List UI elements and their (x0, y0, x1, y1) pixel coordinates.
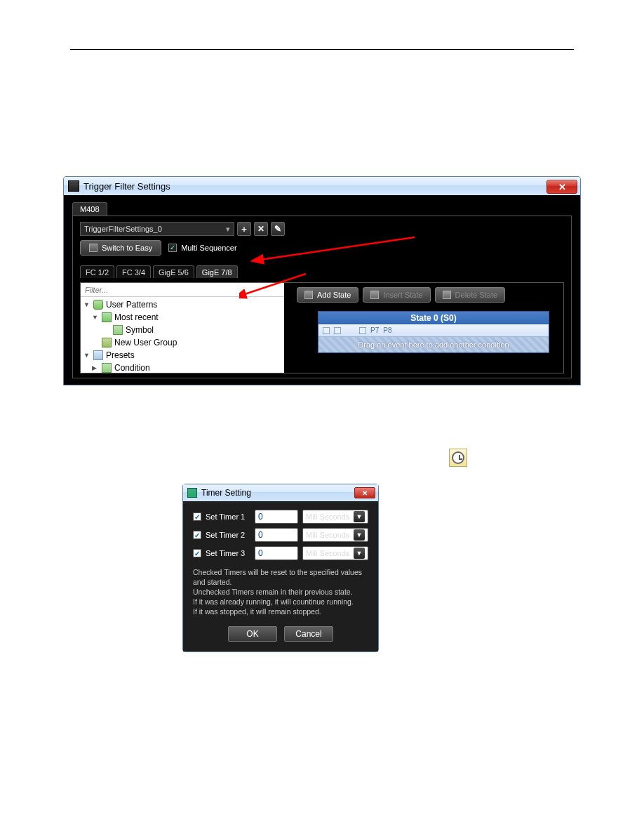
timer-1-value[interactable] (255, 510, 298, 524)
state-action-row: P7 P8 (318, 324, 549, 337)
add-icon (304, 291, 313, 299)
button-label: Insert State (383, 291, 422, 299)
chevron-down-icon: ▼ (354, 529, 365, 541)
insert-state-button[interactable]: Insert State (363, 287, 430, 303)
group-icon (102, 338, 112, 348)
tree-label: Presets (106, 350, 135, 360)
close-button[interactable]: ✕ (546, 180, 577, 194)
timer-2-row: ✓ Set Timer 2 Mili Seconds ▼ (193, 528, 368, 542)
port-tab-fc34[interactable]: FC 3/4 (116, 265, 151, 278)
port-tab-gige78[interactable]: GigE 7/8 (196, 265, 238, 278)
dialog-title: Timer Setting (201, 488, 354, 498)
symbol-icon (113, 325, 123, 335)
port-tab-fc12[interactable]: FC 1/2 (80, 265, 114, 278)
tree-presets[interactable]: ▼ Presets (81, 349, 284, 362)
collapse-icon: ▼ (83, 301, 90, 308)
timer-1-unit: Mili Seconds (306, 512, 349, 521)
sequencer-area: Add State Insert State Delete State (297, 283, 563, 373)
tree-symbol[interactable]: Symbol (81, 324, 284, 336)
page-divider (70, 49, 574, 50)
ok-button[interactable]: OK (228, 626, 277, 642)
collapse-icon: ▼ (92, 314, 99, 321)
chevron-down-icon: ▼ (354, 548, 365, 559)
timer-2-checkbox[interactable]: ✓ (193, 531, 201, 539)
delete-state-button[interactable]: Delete State (435, 287, 506, 303)
drop-condition-area[interactable]: Drag an event here to add another condit… (318, 337, 549, 352)
app-icon (187, 488, 197, 498)
timer-setting-dialog: Timer Setting ✕ ✓ Set Timer 1 Mili Secon… (182, 484, 379, 652)
layout-icon (89, 244, 98, 252)
action-icon[interactable] (334, 327, 341, 334)
tree-label: Symbol (126, 325, 154, 335)
delete-icon (443, 291, 451, 299)
add-state-button[interactable]: Add State (297, 287, 358, 303)
timer-3-unit-select[interactable]: Mili Seconds ▼ (302, 546, 368, 560)
timer-2-label: Set Timer 2 (206, 531, 250, 539)
timer-3-value[interactable] (255, 546, 298, 560)
tree-most-recent[interactable]: ▼ Most recent (81, 311, 284, 324)
delete-settings-button[interactable]: ✕ (254, 222, 268, 236)
timer-3-checkbox[interactable]: ✓ (193, 549, 201, 557)
settings-name-dropdown[interactable]: TriggerFilterSettings_0 ▾ (80, 222, 234, 236)
button-label: Add State (317, 291, 351, 299)
checkbox-icon: ✓ (168, 244, 177, 252)
tree-new-user-group[interactable]: New User Group (81, 336, 284, 349)
collapse-icon: ▼ (83, 352, 90, 359)
chevron-down-icon: ▾ (226, 225, 230, 234)
tree-label: Condition (114, 363, 150, 373)
expand-icon: ▶ (92, 364, 99, 371)
button-label: Delete State (455, 291, 498, 299)
dialog-button-row: OK Cancel (193, 626, 368, 642)
pattern-group-icon (102, 312, 112, 322)
cancel-button[interactable]: Cancel (284, 626, 333, 642)
multi-sequencer-label: Multi Sequencer (181, 244, 237, 252)
timer-3-unit: Mili Seconds (306, 549, 349, 557)
user-icon (93, 300, 103, 310)
window-body: M408 TriggerFilterSettings_0 ▾ ＋ ✕ ✎ Swi… (64, 195, 580, 385)
insert-icon (370, 291, 379, 299)
device-tab[interactable]: M408 (72, 202, 107, 216)
timer-3-row: ✓ Set Timer 3 Mili Seconds ▼ (193, 546, 368, 560)
tree-user-patterns[interactable]: ▼ User Patterns (81, 298, 284, 311)
chevron-down-icon: ▼ (354, 511, 365, 522)
dialog-body: ✓ Set Timer 1 Mili Seconds ▼ ✓ Set Timer… (183, 501, 378, 651)
presets-icon (93, 350, 103, 360)
multi-sequencer-checkbox[interactable]: ✓ Multi Sequencer (168, 244, 237, 252)
action-icon[interactable] (359, 327, 366, 334)
timer-1-label: Set Timer 1 (206, 512, 250, 521)
filter-input[interactable] (81, 283, 284, 297)
settings-name-value: TriggerFilterSettings_0 (84, 225, 162, 233)
port-tab-gige56[interactable]: GigE 5/6 (153, 265, 194, 278)
port-p7: P7 (370, 326, 379, 334)
state-0-block: State 0 (S0) P7 P8 Drag an event here to… (318, 311, 549, 353)
tree-label: User Patterns (106, 300, 157, 310)
settings-panel: TriggerFilterSettings_0 ▾ ＋ ✕ ✎ Switch t… (72, 216, 572, 378)
close-button[interactable]: ✕ (354, 487, 375, 498)
timer-2-unit-select[interactable]: Mili Seconds ▼ (302, 528, 368, 542)
action-icon[interactable] (323, 327, 330, 334)
port-body: ▼ User Patterns ▼ Most recent (80, 282, 564, 373)
pattern-tree: ▼ User Patterns ▼ Most recent (81, 297, 284, 373)
pattern-tree-panel: ▼ User Patterns ▼ Most recent (81, 283, 284, 373)
tree-label: Most recent (114, 312, 159, 322)
trigger-filter-settings-window: Trigger Filter Settings ✕ M408 TriggerFi… (63, 176, 581, 385)
timer-hint-text: Checked Timers will be reset to the spec… (193, 567, 368, 616)
timer-3-label: Set Timer 3 (206, 549, 250, 557)
app-icon (68, 180, 79, 192)
port-tabs: FC 1/2 FC 3/4 GigE 5/6 GigE 7/8 (80, 265, 564, 278)
tree-condition[interactable]: ▶ Condition (81, 362, 284, 373)
add-settings-button[interactable]: ＋ (237, 222, 251, 236)
state-button-row: Add State Insert State Delete State (297, 287, 563, 303)
timer-2-value[interactable] (255, 528, 298, 542)
window-titlebar: Trigger Filter Settings ✕ (64, 177, 580, 195)
timer-1-checkbox[interactable]: ✓ (193, 512, 201, 521)
edit-settings-button[interactable]: ✎ (271, 222, 285, 236)
dialog-titlebar: Timer Setting ✕ (183, 484, 378, 501)
timer-1-row: ✓ Set Timer 1 Mili Seconds ▼ (193, 510, 368, 524)
state-title: State 0 (S0) (318, 312, 549, 324)
timer-1-unit-select[interactable]: Mili Seconds ▼ (302, 510, 368, 524)
window-title: Trigger Filter Settings (83, 181, 546, 192)
tree-label: New User Group (114, 338, 177, 348)
switch-button-label: Switch to Easy (102, 244, 152, 252)
switch-to-easy-button[interactable]: Switch to Easy (80, 240, 161, 256)
